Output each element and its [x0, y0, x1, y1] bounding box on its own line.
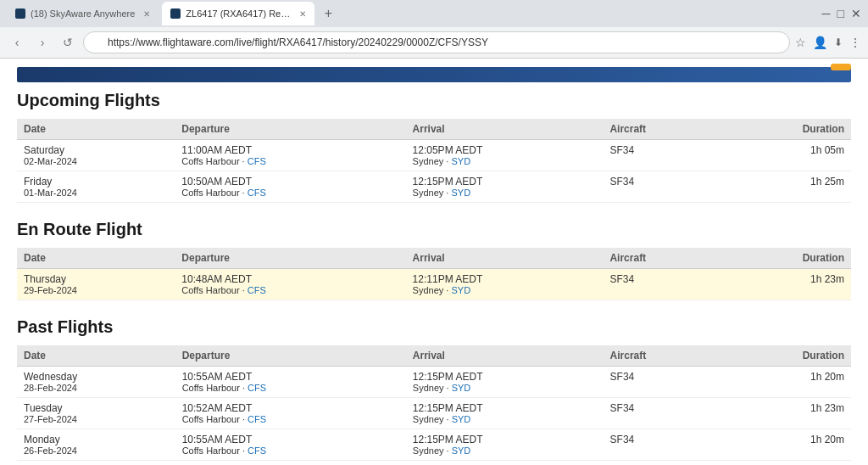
close-window-button[interactable]: ✕	[851, 7, 861, 20]
table-row[interactable]: Monday 26-Feb-2024 10:55AM AEDT Coffs Ha…	[17, 429, 851, 461]
enroute-flights-table: Date Departure Arrival Aircraft Duration…	[17, 248, 851, 300]
arr-place: Sydney · SYD	[413, 156, 597, 166]
duration-cell: 1h 20m	[721, 429, 851, 461]
departure-cell: 10:55AM AEDT Coffs Harbour · CFS	[175, 429, 406, 461]
dep-place: Coffs Harbour · CFS	[181, 285, 398, 295]
pf-col-duration: Duration	[721, 345, 851, 367]
dep-link[interactable]: CFS	[248, 156, 266, 166]
er-col-departure: Departure	[175, 248, 405, 269]
arrival-cell: 12:15PM AEDT Sydney · SYD	[406, 429, 604, 461]
dep-link[interactable]: CFS	[248, 445, 266, 456]
window-controls: ─ □ ✕	[822, 7, 861, 20]
departure-cell: 11:00AM AEDT Coffs Harbour · CFS	[175, 140, 405, 171]
arrival-cell: 12:11PM AEDT Sydney · SYD	[406, 269, 604, 300]
address-wrapper: 🔒	[83, 31, 790, 53]
date-line2: 29-Feb-2024	[24, 285, 168, 295]
address-bar-actions: ☆ 👤 ⬇ ⋮	[795, 36, 861, 49]
tab-bar: (18) SkyAware Anywhere ✕ ZL6417 (RXA6417…	[0, 0, 868, 27]
past-flights-header-row: Date Departure Arrival Aircraft Duration	[17, 345, 851, 367]
arrival-cell: 12:05PM AEDT Sydney · SYD	[406, 140, 604, 171]
arrival-cell: 12:15PM AEDT Sydney · SYD	[406, 367, 604, 398]
date-cell: Tuesday 27-Feb-2024	[17, 398, 175, 429]
arrival-cell: 12:15PM AEDT Sydney · SYD	[406, 171, 604, 203]
duration-cell: 1h 23m	[721, 398, 851, 429]
minimize-button[interactable]: ─	[822, 7, 831, 20]
dep-place: Coffs Harbour · CFS	[182, 445, 399, 456]
new-tab-button[interactable]: +	[318, 3, 338, 24]
date-line1: Monday	[24, 434, 169, 445]
bookmark-star-icon[interactable]: ☆	[795, 36, 806, 49]
table-row[interactable]: Saturday 02-Mar-2024 11:00AM AEDT Coffs …	[17, 140, 851, 171]
dep-time: 10:55AM AEDT	[182, 434, 399, 445]
col-arrival: Arrival	[406, 119, 604, 140]
tab-skyaware[interactable]: (18) SkyAware Anywhere ✕	[7, 2, 159, 25]
aircraft-cell: SF34	[604, 429, 721, 461]
enroute-flights-thead: Date Departure Arrival Aircraft Duration	[17, 248, 851, 269]
date-line1: Saturday	[24, 144, 168, 156]
pf-col-departure: Departure	[175, 345, 406, 367]
back-button[interactable]: ‹	[7, 32, 27, 53]
date-line1: Thursday	[24, 273, 168, 285]
dep-link[interactable]: CFS	[248, 414, 266, 424]
dep-link[interactable]: CFS	[248, 285, 266, 295]
dep-time: 10:55AM AEDT	[182, 371, 399, 383]
tab-label-skyaware: (18) SkyAware Anywhere	[31, 8, 135, 19]
table-row[interactable]: Saturday 24-Feb-2024 11:54AM AEDT Coffs …	[17, 461, 851, 466]
dep-link[interactable]: CFS	[248, 383, 266, 393]
tab-close-skyaware[interactable]: ✕	[143, 9, 150, 19]
arr-place: Sydney · SYD	[413, 383, 597, 393]
profile-icon[interactable]: 👤	[813, 36, 827, 49]
er-col-date: Date	[17, 248, 175, 269]
dep-link[interactable]: CFS	[248, 188, 266, 198]
arr-link[interactable]: SYD	[452, 414, 471, 424]
forward-button[interactable]: ›	[32, 32, 53, 53]
arr-link[interactable]: SYD	[452, 383, 471, 393]
arr-link[interactable]: SYD	[451, 188, 470, 198]
arr-link[interactable]: SYD	[451, 156, 470, 166]
arr-place: Sydney · SYD	[413, 188, 597, 198]
date-line1: Tuesday	[24, 402, 169, 414]
menu-icon[interactable]: ⋮	[849, 36, 861, 49]
arr-link[interactable]: SYD	[452, 445, 471, 456]
enroute-flights-header-row: Date Departure Arrival Aircraft Duration	[17, 248, 851, 269]
address-input[interactable]	[83, 31, 790, 53]
upcoming-flights-section: Upcoming Flights Date Departure Arrival …	[17, 91, 851, 203]
dep-time: 10:48AM AEDT	[181, 273, 398, 285]
past-flights-table: Date Departure Arrival Aircraft Duration…	[17, 345, 851, 465]
er-col-aircraft: Aircraft	[603, 248, 720, 269]
date-line1: Friday	[24, 176, 168, 188]
enroute-flight-title: En Route Flight	[17, 220, 851, 239]
banner-button[interactable]	[831, 64, 851, 70]
upcoming-flights-title: Upcoming Flights	[17, 91, 851, 110]
col-aircraft: Aircraft	[603, 119, 720, 140]
past-flights-title: Past Flights	[17, 317, 851, 337]
dep-time: 10:50AM AEDT	[181, 176, 398, 188]
pf-col-date: Date	[17, 345, 175, 367]
departure-cell: 10:55AM AEDT Coffs Harbour · CFS	[175, 367, 406, 398]
dep-time: 11:00AM AEDT	[181, 144, 398, 156]
restore-button[interactable]: □	[837, 7, 844, 20]
arr-link[interactable]: SYD	[451, 285, 470, 295]
table-row[interactable]: Thursday 29-Feb-2024 10:48AM AEDT Coffs …	[17, 269, 851, 300]
arrival-cell: 12:15PM AEDT Sydney · SYD	[406, 398, 604, 429]
download-icon[interactable]: ⬇	[834, 36, 843, 48]
table-row[interactable]: Tuesday 27-Feb-2024 10:52AM AEDT Coffs H…	[17, 398, 851, 429]
arr-time: 12:15PM AEDT	[413, 402, 597, 414]
tab-label-flightaware: ZL6417 (RXA6417) Regional Exp...	[186, 8, 291, 19]
table-row[interactable]: Wednesday 28-Feb-2024 10:55AM AEDT Coffs…	[17, 367, 851, 398]
duration-cell: 1h 05m	[721, 140, 851, 171]
er-col-arrival: Arrival	[406, 248, 604, 269]
arr-time: 12:11PM AEDT	[413, 273, 597, 285]
arrival-cell: 01:02PM AEDT Sydney · SYD	[406, 461, 604, 466]
departure-cell: 10:52AM AEDT Coffs Harbour · CFS	[175, 398, 406, 429]
upcoming-flights-header-row: Date Departure Arrival Aircraft Duration	[17, 119, 851, 140]
table-row[interactable]: Friday 01-Mar-2024 10:50AM AEDT Coffs Ha…	[17, 171, 851, 203]
tab-favicon-skyaware	[15, 8, 25, 19]
date-cell: Thursday 29-Feb-2024	[17, 269, 175, 300]
upcoming-flights-tbody: Saturday 02-Mar-2024 11:00AM AEDT Coffs …	[17, 140, 851, 203]
reload-button[interactable]: ↺	[58, 32, 78, 53]
dep-place: Coffs Harbour · CFS	[181, 188, 398, 198]
tab-flightaware[interactable]: ZL6417 (RXA6417) Regional Exp... ✕	[162, 2, 314, 25]
departure-cell: 11:54AM AEDT Coffs Harbour · CFS	[175, 461, 406, 466]
tab-close-flightaware[interactable]: ✕	[299, 9, 306, 19]
